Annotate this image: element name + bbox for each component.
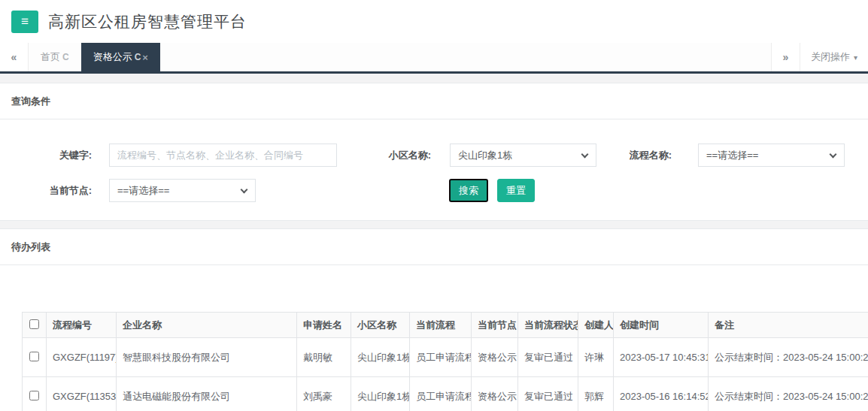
cell-current-flow: 员工申请流程 xyxy=(410,338,472,377)
col-current-flow: 当前流程 xyxy=(410,313,472,338)
cell-company: 智慧眼科技股份有限公司 xyxy=(117,338,297,377)
scroll-tabs-left-icon[interactable]: « xyxy=(0,43,29,71)
cell-creator: 郭辉 xyxy=(578,377,614,411)
chevron-down-icon xyxy=(830,151,837,159)
col-remark: 备注 xyxy=(709,313,868,338)
current-node-select-value: ==请选择== xyxy=(117,184,169,198)
row-checkbox[interactable] xyxy=(29,352,39,361)
chevron-down-icon xyxy=(581,151,589,159)
cell-flow-status: 复审已通过 xyxy=(518,377,578,411)
query-form: 关键字: 小区名称: 尖山印象1栋 流程名称: ==请选择== 当前节点: ==… xyxy=(0,119,868,220)
page-content: 查询条件 关键字: 小区名称: 尖山印象1栋 流程名称: ==请选择== 当前节… xyxy=(0,74,868,411)
current-node-label: 当前节点: xyxy=(32,184,92,198)
tab-home[interactable]: 首页 C xyxy=(29,43,81,71)
flow-name-label: 流程名称: xyxy=(623,149,672,162)
cell-community: 尖山印象1栋 xyxy=(351,377,410,411)
close-operations-label: 关闭操作 xyxy=(811,50,850,64)
todo-panel: 待办列表 流程编号 企业名称 申请姓名 小区名称 当前流程 当前 xyxy=(0,228,868,411)
reset-button[interactable]: 重置 xyxy=(497,179,535,202)
cell-flow-id: GXGZF(11353) xyxy=(47,377,117,411)
community-select[interactable]: 尖山印象1栋 xyxy=(450,144,596,167)
table-row[interactable]: GXGZF(11353) 通达电磁能股份有限公司 刘禹豪 尖山印象1栋 员工申请… xyxy=(23,377,868,411)
query-buttons: 搜索 重置 xyxy=(449,179,535,202)
tab-active-label: 资格公示 xyxy=(93,50,132,64)
close-operations-dropdown[interactable]: 关闭操作 ▾ xyxy=(800,43,868,71)
chevron-down-icon: ▾ xyxy=(854,53,857,62)
hamburger-menu-icon[interactable]: ≡ xyxy=(11,11,38,33)
query-form-row-2: 当前节点: ==请选择== 搜索 重置 xyxy=(0,179,868,202)
app-title: 高新区公租房智慧管理平台 xyxy=(48,11,247,32)
refresh-icon[interactable]: C xyxy=(135,52,141,62)
app-header: ≡ 高新区公租房智慧管理平台 xyxy=(0,0,868,43)
col-company: 企业名称 xyxy=(117,313,297,338)
cell-applicant: 戴明敏 xyxy=(297,338,351,377)
cell-created-time: 2023-05-16 16:14:52 xyxy=(614,377,709,411)
todo-table: 流程编号 企业名称 申请姓名 小区名称 当前流程 当前节点 当前流程状态 创建人… xyxy=(22,312,868,411)
keyword-label: 关键字: xyxy=(32,149,92,162)
query-panel-title: 查询条件 xyxy=(0,83,868,119)
todo-panel-title: 待办列表 xyxy=(0,229,868,265)
cell-remark: 公示结束时间：2023-05-24 15:00:29 xyxy=(709,338,868,377)
cell-remark: 公示结束时间：2023-05-24 15:00:20 xyxy=(709,377,868,411)
cell-flow-status: 复审已通过 xyxy=(518,338,578,377)
search-button[interactable]: 搜索 xyxy=(449,179,488,202)
col-current-node: 当前节点 xyxy=(472,313,518,338)
flow-name-select-value: ==请选择== xyxy=(706,149,758,162)
cell-community: 尖山印象1栋 xyxy=(351,338,410,377)
cell-applicant: 刘禹豪 xyxy=(297,377,351,411)
current-node-select[interactable]: ==请选择== xyxy=(109,179,256,202)
keyword-input[interactable] xyxy=(109,144,337,167)
cell-created-time: 2023-05-17 10:45:31 xyxy=(614,338,709,377)
select-all-checkbox[interactable] xyxy=(29,319,39,329)
scroll-tabs-right-icon[interactable]: » xyxy=(771,43,800,71)
chevron-down-icon xyxy=(241,186,248,194)
col-created-time: 创建时间 xyxy=(614,313,709,338)
tab-home-label: 首页 xyxy=(41,50,60,64)
query-panel: 查询条件 关键字: 小区名称: 尖山印象1栋 流程名称: ==请选择== 当前节… xyxy=(0,83,868,221)
query-form-row-1: 关键字: 小区名称: 尖山印象1栋 流程名称: ==请选择== xyxy=(0,144,868,167)
todo-table-wrapper: 流程编号 企业名称 申请姓名 小区名称 当前流程 当前节点 当前流程状态 创建人… xyxy=(0,312,868,411)
table-row[interactable]: GXGZF(11197) 智慧眼科技股份有限公司 戴明敏 尖山印象1栋 员工申请… xyxy=(23,338,868,377)
col-creator: 创建人 xyxy=(578,313,614,338)
close-icon[interactable]: × xyxy=(142,52,148,63)
cell-company: 通达电磁能股份有限公司 xyxy=(117,377,297,411)
cell-current-node: 资格公示 xyxy=(472,377,518,411)
tabbar-spacer xyxy=(160,43,771,71)
cell-flow-id: GXGZF(11197) xyxy=(47,338,117,377)
flow-name-select[interactable]: ==请选择== xyxy=(698,144,845,167)
community-select-value: 尖山印象1栋 xyxy=(458,149,512,162)
col-flow-status: 当前流程状态 xyxy=(518,313,578,338)
community-label: 小区名称: xyxy=(378,149,431,162)
col-flow-id: 流程编号 xyxy=(47,313,117,338)
tab-qualification-publicity[interactable]: 资格公示 C × xyxy=(81,43,160,71)
cell-current-flow: 员工申请流程 xyxy=(410,377,472,411)
col-community: 小区名称 xyxy=(351,313,410,338)
cell-creator: 许琳 xyxy=(578,338,614,377)
row-checkbox[interactable] xyxy=(29,391,39,400)
col-applicant: 申请姓名 xyxy=(297,313,351,338)
tab-bar: « 首页 C 资格公示 C × » 关闭操作 ▾ xyxy=(0,43,868,74)
table-header-row: 流程编号 企业名称 申请姓名 小区名称 当前流程 当前节点 当前流程状态 创建人… xyxy=(23,313,868,338)
cell-current-node: 资格公示 xyxy=(472,338,518,377)
refresh-icon[interactable]: C xyxy=(62,52,69,62)
